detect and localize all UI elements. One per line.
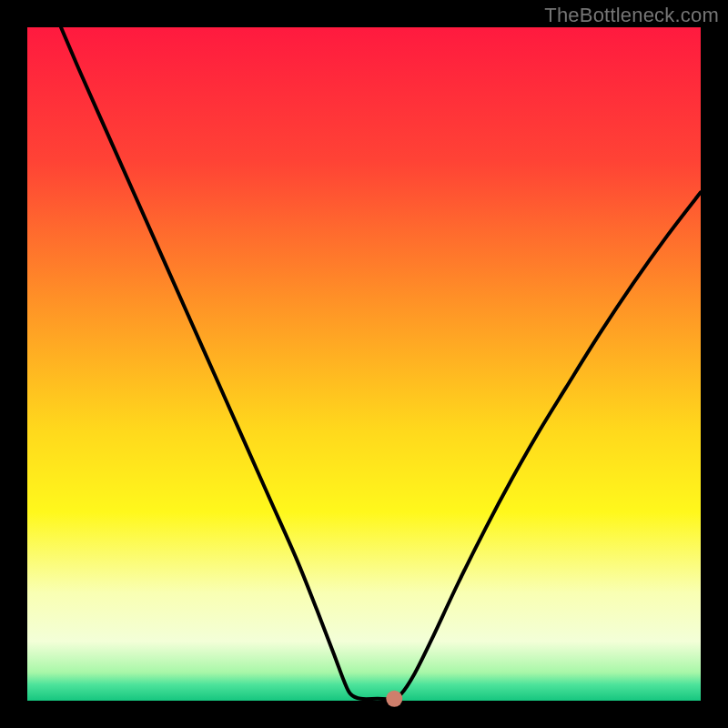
chart-svg (0, 0, 728, 728)
chart-frame: { "watermark": "TheBottleneck.com", "cha… (0, 0, 728, 728)
minimum-marker (386, 691, 402, 707)
plot-background (27, 27, 701, 701)
